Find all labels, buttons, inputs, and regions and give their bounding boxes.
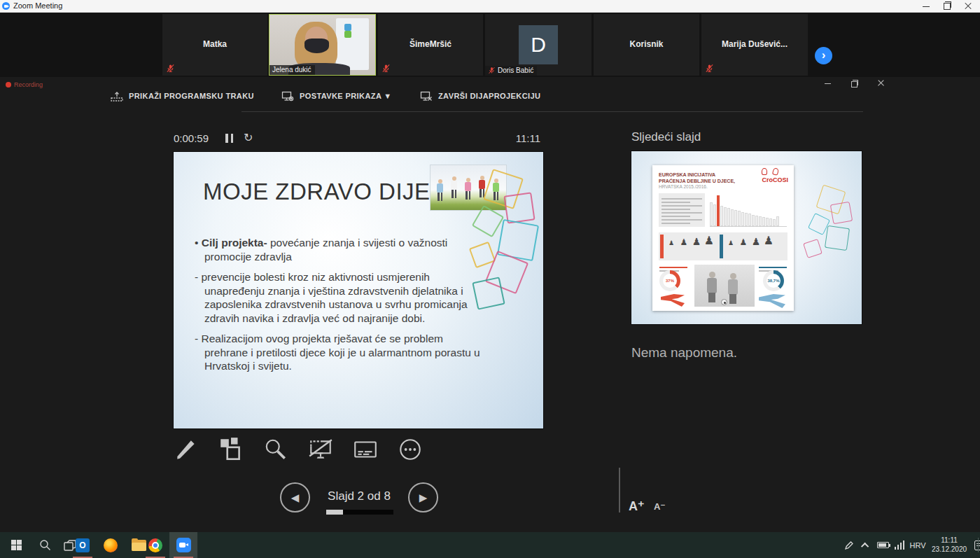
croatia-map-blue [759, 294, 785, 308]
display-settings-icon [281, 91, 294, 102]
end-slideshow-button[interactable]: ZAVRŠI DIJAPROJEKCIJU [420, 90, 540, 102]
battery-icon [877, 542, 889, 548]
taskbar-search-button[interactable] [32, 532, 57, 558]
show-desktop-edge[interactable] [978, 538, 979, 552]
participant-name: Jelena dukić [270, 65, 315, 75]
display-settings-label: POSTAVKE PRIKAZA ▼ [300, 92, 392, 100]
pen-icon [173, 436, 200, 463]
current-slide: MOJE ZDRAVO DIJETE • Cilj projekta- pove… [174, 152, 543, 428]
previous-slide-button[interactable]: ◀ [280, 482, 310, 512]
taskbar-firefox-button[interactable] [97, 532, 125, 558]
end-slideshow-icon [420, 91, 433, 102]
participant-tile-video[interactable]: Jelena dukić [269, 14, 376, 76]
firefox-icon [104, 538, 118, 552]
presenter-minimize-button[interactable] [819, 77, 837, 90]
taskbar-outlook-button[interactable]: O [69, 532, 97, 558]
language-indicator[interactable]: HRV [907, 532, 928, 558]
notes-font-smaller-button[interactable]: A⁻ [654, 501, 665, 512]
captions-button[interactable] [351, 435, 379, 464]
bullet-item: • Cilj projekta- povećanje znanja i svij… [195, 236, 483, 263]
zoom-app-icon [2, 2, 10, 10]
notes-font-larger-button[interactable]: A⁺ [629, 498, 645, 514]
slide-timer: 0:00:59 [174, 132, 209, 144]
show-hidden-icons-button[interactable] [858, 532, 874, 558]
next-arrow-icon: ▶ [419, 491, 428, 504]
windows-ink-button[interactable] [840, 532, 858, 558]
participant-name: Korisnik [594, 39, 699, 49]
muted-mic-icon [488, 67, 496, 74]
croatia-map-red [661, 294, 685, 307]
annotation-toolbar [172, 435, 424, 464]
pen-tool-button[interactable] [172, 435, 200, 464]
participant-tile[interactable]: ŠimeMršić [378, 14, 483, 76]
participant-name: Matka [162, 39, 267, 49]
battery-status[interactable] [874, 532, 892, 558]
see-all-slides-button[interactable] [217, 435, 245, 464]
show-taskbar-button[interactable]: PRIKAŽI PROGRAMSKU TRAKU [111, 90, 254, 102]
zoom-slide-button[interactable] [262, 435, 290, 464]
action-center-icon [974, 540, 980, 550]
stat-donut-left: 37% [659, 270, 680, 291]
chrome-icon [148, 538, 162, 552]
outlook-icon: O [76, 538, 90, 552]
black-screen-button[interactable] [307, 435, 335, 464]
taskbar-zoom-button[interactable] [169, 532, 197, 558]
slide-progress-fill [326, 510, 343, 515]
clock-and-date[interactable]: 11:11 23.12.2020 [928, 532, 970, 558]
infographic-poster: EUROPSKA INICIJATIVAPRAĆENJA DEBLJINE U … [652, 165, 794, 311]
windows-taskbar: O HRV 11:11 23.12.2020 [0, 532, 980, 558]
participant-tile[interactable]: Matka [162, 14, 267, 76]
window-minimize-button[interactable] [916, 0, 937, 12]
blank-screen-icon [307, 436, 334, 463]
poster-figure-row: ♟ ♟ ♟ ♟ ♟ ♟ ♟ ♟ [659, 232, 788, 260]
magnifier-icon [262, 436, 289, 463]
pen-tray-icon [844, 540, 854, 550]
participant-tile[interactable]: D Doris Babić [485, 14, 592, 76]
participant-name: Marija Dušević... [701, 39, 808, 49]
poster-bar-chart [710, 193, 787, 227]
taskbar-date: 23.12.2020 [932, 545, 967, 554]
more-options-button[interactable] [396, 435, 424, 464]
decor-square [503, 192, 535, 223]
windows-logo-icon [11, 540, 22, 550]
start-button[interactable] [0, 532, 32, 558]
stat-donut-right: 38,7% [763, 270, 784, 291]
window-close-button[interactable] [958, 0, 979, 12]
chevron-up-icon [861, 542, 869, 550]
taskbar-chrome-button[interactable] [141, 532, 169, 558]
pause-timer-icon[interactable] [225, 134, 233, 143]
avatar: D [519, 25, 558, 64]
poster-children-photo [694, 265, 755, 307]
recording-label: Recording [14, 81, 43, 88]
poster-title: EUROPSKA INICIJATIVAPRAĆENJA DEBLJINE U … [659, 172, 735, 184]
participant-tile[interactable]: Marija Dušević... [701, 14, 808, 76]
poster-subtitle: HRVATSKA 2015./2016. [659, 184, 708, 189]
slide-body-text: • Cilj projekta- povećanje znanja i svij… [195, 236, 483, 380]
bullet-item: - prevencije bolesti kroz niz aktivnosti… [195, 270, 483, 325]
next-slide-button[interactable]: ▶ [408, 482, 438, 512]
zoom-window-titlebar: Zoom Meeting [0, 0, 980, 13]
slide-title: MOJE ZDRAVO DIJETE [203, 179, 461, 205]
display-settings-button[interactable]: POSTAVKE PRIKAZA ▼ [281, 90, 392, 102]
notes-scrollbar[interactable] [619, 468, 620, 512]
network-signal-icon [895, 540, 905, 550]
presenter-close-button[interactable] [872, 77, 890, 90]
toolbar-divider [241, 111, 863, 112]
presenter-restore-button[interactable] [846, 77, 864, 90]
decor-square [825, 225, 850, 251]
notes-placeholder: Nema napomena. [631, 345, 737, 361]
poster-text-block [659, 193, 705, 227]
show-taskbar-label: PRIKAŽI PROGRAMSKU TRAKU [129, 92, 254, 100]
crocosi-mascot-icon [762, 168, 785, 176]
restart-timer-icon[interactable]: ↻ [244, 131, 253, 144]
search-icon [39, 539, 51, 551]
previous-arrow-icon: ◀ [291, 491, 300, 504]
muted-mic-icon [166, 64, 175, 73]
participant-tile[interactable]: Korisnik [594, 14, 699, 76]
window-title: Zoom Meeting [13, 1, 62, 10]
next-participants-button[interactable]: › [815, 47, 832, 64]
captions-icon [352, 436, 379, 463]
zoom-icon [176, 538, 191, 552]
window-maximize-button[interactable] [937, 0, 958, 12]
network-status[interactable] [892, 532, 907, 558]
